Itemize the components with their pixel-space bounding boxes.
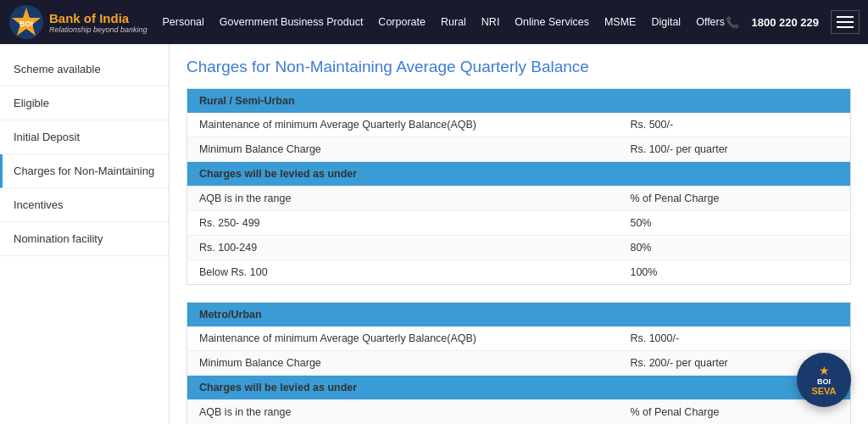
- rural-range1-label: Rs. 250- 499: [187, 211, 619, 236]
- rural-table: Rural / Semi-Urban Maintenance of minimu…: [186, 88, 851, 285]
- metro-aqb-value: Rs. 1000/-: [618, 326, 850, 351]
- table-row: AQB is in the range % of Penal Charge: [187, 400, 851, 425]
- sidebar-item-incentives[interactable]: Incentives: [0, 188, 169, 222]
- boi-seva-button[interactable]: ★ BOI SEVA: [797, 353, 851, 407]
- header-right: 📞 1800 220 229: [726, 10, 860, 34]
- table-row: Rs. 250- 499 50%: [187, 211, 851, 236]
- phone-number: 1800 220 229: [751, 16, 819, 29]
- sidebar-item-initial-deposit[interactable]: Initial Deposit: [0, 120, 169, 154]
- logo-area: BOI Bank of India Relationship beyond ba…: [8, 4, 161, 40]
- sidebar-item-scheme[interactable]: Scheme available: [0, 53, 169, 86]
- header: BOI Bank of India Relationship beyond ba…: [0, 0, 868, 44]
- sidebar-item-nomination[interactable]: Nomination facility: [0, 222, 169, 256]
- tagline: Relationship beyond banking: [49, 25, 147, 34]
- rural-penal-value: % of Penal Charge: [618, 187, 850, 211]
- metro-penal-label: AQB is in the range: [187, 400, 619, 425]
- metro-minbal-label: Minimum Balance Charge: [187, 351, 619, 376]
- table-row: Charges will be levied as under: [187, 162, 851, 187]
- rural-range2-label: Rs. 100-249: [187, 236, 619, 260]
- logo-text-block: Bank of India Relationship beyond bankin…: [49, 11, 147, 34]
- nav-personal[interactable]: Personal: [162, 16, 203, 28]
- sidebar-item-charges[interactable]: Charges for Non-Maintaining: [0, 154, 169, 188]
- nav-offers[interactable]: Offers: [696, 16, 725, 28]
- nav-govt[interactable]: Government Business Product: [220, 16, 364, 28]
- hamburger-menu[interactable]: [831, 10, 860, 34]
- rural-header: Rural / Semi-Urban: [187, 89, 851, 114]
- metro-header: Metro/Urban: [187, 303, 851, 327]
- rural-range1-value: 50%: [618, 211, 850, 236]
- rural-range2-value: 80%: [618, 236, 850, 260]
- rural-minbal-label: Minimum Balance Charge: [187, 137, 619, 162]
- table-row: Charges will be levied as under: [187, 376, 851, 400]
- bank-name: Bank of India: [49, 11, 147, 25]
- nav-rural[interactable]: Rural: [441, 16, 466, 28]
- rural-aqb-label: Maintenance of minimum Average Quarterly…: [187, 113, 619, 137]
- table-row: Maintenance of minimum Average Quarterly…: [187, 326, 851, 351]
- table-row: Below Rs. 100 100%: [187, 260, 851, 285]
- table-row: Minimum Balance Charge Rs. 100/- per qua…: [187, 137, 851, 162]
- table-row: Minimum Balance Charge Rs. 200/- per qua…: [187, 351, 851, 376]
- svg-text:BOI: BOI: [19, 20, 33, 28]
- rural-range3-label: Below Rs. 100: [187, 260, 619, 285]
- rural-aqb-value: Rs. 500/-: [618, 113, 850, 137]
- main-content: Charges for Non-Maintaining Average Quar…: [170, 44, 868, 424]
- table-row: Maintenance of minimum Average Quarterly…: [187, 113, 851, 137]
- sidebar-item-eligible[interactable]: Eligible: [0, 86, 169, 120]
- phone-icon: 📞: [726, 16, 739, 29]
- metro-table: Metro/Urban Maintenance of minimum Avera…: [186, 302, 851, 424]
- rural-minbal-value: Rs. 100/- per quarter: [618, 137, 850, 162]
- rural-charges-subheader: Charges will be levied as under: [187, 162, 851, 187]
- nav-digital[interactable]: Digital: [651, 16, 681, 28]
- nav-msme[interactable]: MSME: [604, 16, 637, 28]
- logo-star: BOI: [8, 4, 44, 40]
- seva-label: SEVA: [811, 386, 836, 396]
- rural-range3-value: 100%: [618, 260, 850, 285]
- rural-penal-label: AQB is in the range: [187, 187, 619, 211]
- page-heading: Charges for Non-Maintaining Average Quar…: [186, 58, 851, 76]
- layout: Scheme available Eligible Initial Deposi…: [0, 44, 868, 424]
- boi-label: BOI: [817, 377, 831, 386]
- table-row: AQB is in the range % of Penal Charge: [187, 187, 851, 211]
- metro-aqb-label: Maintenance of minimum Average Quarterly…: [187, 326, 619, 351]
- nav-nri[interactable]: NRI: [481, 16, 500, 28]
- sidebar: Scheme available Eligible Initial Deposi…: [0, 44, 170, 424]
- nav-online[interactable]: Online Services: [515, 16, 589, 28]
- table-row: Rs. 100-249 80%: [187, 236, 851, 260]
- metro-charges-subheader: Charges will be levied as under: [187, 376, 851, 400]
- main-nav: Personal Government Business Product Cor…: [161, 16, 726, 28]
- boi-star-icon: ★: [819, 364, 830, 377]
- nav-corporate[interactable]: Corporate: [378, 16, 426, 28]
